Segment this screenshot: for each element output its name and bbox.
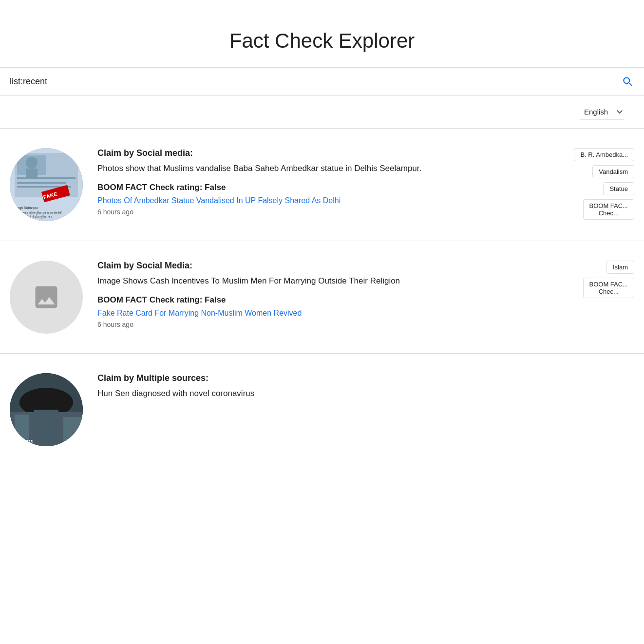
rating-label: BOOM FACT Check rating: False <box>97 295 625 305</box>
svg-text:r Singh Sultanpur: r Singh Sultanpur <box>12 206 39 210</box>
result-thumbnail: dian PM <box>10 373 83 446</box>
svg-text:का दावा लगाकर दलित मुस्लिम एकत: का दावा लगाकर दलित मुस्लिम एकता का दोन द… <box>12 211 62 215</box>
time-ago: 6 hours ago <box>97 208 625 216</box>
search-bar <box>0 67 644 96</box>
rating-label: BOOM FACT Check rating: False <box>97 183 625 192</box>
svg-rect-15 <box>19 400 73 405</box>
claim-by-label: Claim by Social Media: <box>97 261 625 271</box>
claim-by-label: Claim by Social media: <box>97 148 625 158</box>
list-item: dian PM Claim by Multiple sources: Hun S… <box>0 354 644 466</box>
results-list: FAKE r Singh Sultanpur का दावा लगाकर दलि… <box>0 129 644 466</box>
result-content: Claim by Social Media: Image Shows Cash … <box>97 261 625 328</box>
result-thumbnail <box>10 261 83 334</box>
svg-text:dian PM: dian PM <box>12 439 33 445</box>
search-icon <box>622 76 634 88</box>
time-ago: 6 hours ago <box>97 321 625 328</box>
claim-text: Image Shows Cash Incentives To Muslim Me… <box>97 275 438 287</box>
claim-by-label: Claim by Multiple sources: <box>97 373 625 383</box>
search-button[interactable] <box>622 76 634 88</box>
page-title: Fact Check Explorer <box>10 29 634 53</box>
rating-link[interactable]: Fake Rate Card For Marrying Non-Muslim W… <box>97 309 625 318</box>
tags-container: Islam BOOM FAC...Chec... <box>583 261 634 298</box>
list-item: Claim by Social Media: Image Shows Cash … <box>0 241 644 354</box>
svg-rect-4 <box>26 169 38 178</box>
svg-rect-17 <box>15 415 29 446</box>
filter-bar: English Hindi Spanish French German <box>0 96 644 129</box>
image-placeholder-icon <box>32 283 61 312</box>
thumbnail-image: dian PM <box>10 373 83 446</box>
result-thumbnail: FAKE r Singh Sultanpur का दावा लगाकर दलि… <box>10 148 83 221</box>
rating-link[interactable]: Photos Of Ambedkar Statue Vandalised In … <box>97 196 625 205</box>
tag-chip: BOOM FAC...Chec... <box>583 199 634 220</box>
svg-rect-5 <box>17 177 76 179</box>
svg-point-3 <box>26 157 38 169</box>
svg-text:अंबेडकर जी को भी भी छोड़ा मुस्: अंबेडकर जी को भी भी छोड़ा मुस्लिम ने । <box>12 215 52 219</box>
language-select[interactable]: English Hindi Spanish French German <box>580 105 625 119</box>
tag-chip: B. R. Ambedka... <box>574 148 634 161</box>
claim-text: Photos show that Muslims vandalise Baba … <box>97 162 438 175</box>
tag-chip: BOOM FAC...Chec... <box>583 278 634 298</box>
search-input[interactable] <box>0 68 644 95</box>
svg-rect-19 <box>63 417 83 446</box>
page-header: Fact Check Explorer <box>0 0 644 67</box>
svg-rect-6 <box>17 182 66 184</box>
claim-text: Hun Sen diagnosed with novel coronavirus <box>97 387 438 400</box>
thumbnail-image: FAKE r Singh Sultanpur का दावा लगाकर दलि… <box>10 148 83 221</box>
tag-chip: Vandalism <box>592 165 634 178</box>
result-content: Claim by Social media: Photos show that … <box>97 148 625 216</box>
tags-container: B. R. Ambedka... Vandalism Statue BOOM F… <box>574 148 634 220</box>
list-item: FAKE r Singh Sultanpur का दावा लगाकर दलि… <box>0 129 644 241</box>
tag-chip: Islam <box>606 261 634 274</box>
tag-chip: Statue <box>603 182 634 195</box>
result-content: Claim by Multiple sources: Hun Sen diagn… <box>97 373 625 408</box>
svg-rect-18 <box>34 410 58 446</box>
